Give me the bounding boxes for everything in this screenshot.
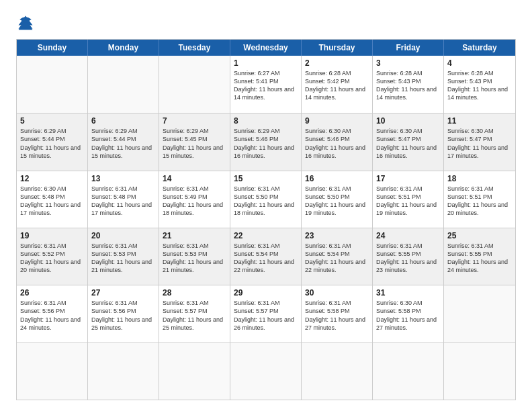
day-number: 6 (91, 116, 155, 126)
cell-info: Sunrise: 6:30 AM Sunset: 5:46 PM Dayligh… (305, 127, 369, 160)
calendar-cell: 21Sunrise: 6:31 AM Sunset: 5:53 PM Dayli… (159, 228, 230, 285)
calendar-row: 26Sunrise: 6:31 AM Sunset: 5:56 PM Dayli… (17, 285, 515, 342)
weekday-header: Wednesday (230, 40, 302, 56)
calendar-body: 1Sunrise: 6:27 AM Sunset: 5:41 PM Daylig… (17, 56, 515, 400)
calendar-row: 1Sunrise: 6:27 AM Sunset: 5:41 PM Daylig… (17, 56, 515, 113)
calendar-cell (373, 343, 444, 400)
day-number: 21 (163, 231, 226, 240)
cell-info: Sunrise: 6:29 AM Sunset: 5:45 PM Dayligh… (163, 127, 226, 160)
day-number: 22 (234, 231, 298, 240)
calendar-cell: 29Sunrise: 6:31 AM Sunset: 5:57 PM Dayli… (230, 285, 302, 342)
calendar-row (17, 342, 515, 400)
calendar-cell: 5Sunrise: 6:29 AM Sunset: 5:44 PM Daylig… (17, 113, 88, 170)
cell-info: Sunrise: 6:28 AM Sunset: 5:43 PM Dayligh… (447, 69, 512, 102)
calendar-row: 12Sunrise: 6:30 AM Sunset: 5:48 PM Dayli… (17, 171, 515, 228)
calendar-cell: 2Sunrise: 6:28 AM Sunset: 5:42 PM Daylig… (302, 56, 373, 113)
day-number: 17 (376, 174, 440, 183)
calendar-cell (230, 343, 302, 400)
day-number: 28 (163, 288, 226, 298)
calendar-row: 19Sunrise: 6:31 AM Sunset: 5:52 PM Dayli… (17, 228, 515, 285)
weekday-header: Saturday (444, 40, 515, 56)
cell-info: Sunrise: 6:28 AM Sunset: 5:42 PM Dayligh… (305, 69, 369, 102)
day-number: 3 (376, 58, 440, 68)
calendar-cell: 10Sunrise: 6:30 AM Sunset: 5:47 PM Dayli… (373, 113, 444, 170)
calendar-cell: 7Sunrise: 6:29 AM Sunset: 5:45 PM Daylig… (159, 113, 230, 170)
calendar-row: 5Sunrise: 6:29 AM Sunset: 5:44 PM Daylig… (17, 113, 515, 170)
calendar-cell: 20Sunrise: 6:31 AM Sunset: 5:53 PM Dayli… (88, 228, 159, 285)
cell-info: Sunrise: 6:31 AM Sunset: 5:53 PM Dayligh… (163, 242, 226, 275)
weekday-header: Friday (373, 40, 444, 56)
cell-info: Sunrise: 6:31 AM Sunset: 5:56 PM Dayligh… (20, 299, 84, 332)
day-number: 26 (20, 288, 84, 298)
cell-info: Sunrise: 6:31 AM Sunset: 5:51 PM Dayligh… (376, 185, 440, 218)
day-number: 20 (91, 231, 155, 240)
calendar-cell (88, 56, 159, 113)
cell-info: Sunrise: 6:31 AM Sunset: 5:53 PM Dayligh… (91, 242, 155, 275)
calendar-cell: 6Sunrise: 6:29 AM Sunset: 5:44 PM Daylig… (88, 113, 159, 170)
day-number: 24 (376, 231, 440, 240)
calendar-cell: 3Sunrise: 6:28 AM Sunset: 5:43 PM Daylig… (373, 56, 444, 113)
day-number: 27 (91, 288, 155, 298)
calendar-cell: 4Sunrise: 6:28 AM Sunset: 5:43 PM Daylig… (444, 56, 515, 113)
day-number: 9 (305, 116, 369, 126)
cell-info: Sunrise: 6:30 AM Sunset: 5:58 PM Dayligh… (376, 299, 440, 332)
calendar-cell (159, 56, 230, 113)
cell-info: Sunrise: 6:31 AM Sunset: 5:52 PM Dayligh… (20, 242, 84, 275)
calendar-cell: 30Sunrise: 6:31 AM Sunset: 5:58 PM Dayli… (302, 285, 373, 342)
day-number: 23 (305, 231, 369, 240)
day-number: 12 (20, 174, 84, 183)
calendar-cell: 22Sunrise: 6:31 AM Sunset: 5:54 PM Dayli… (230, 228, 302, 285)
logo (16, 13, 38, 32)
day-number: 10 (376, 116, 440, 126)
header (16, 13, 516, 32)
cell-info: Sunrise: 6:31 AM Sunset: 5:51 PM Dayligh… (447, 185, 512, 218)
cell-info: Sunrise: 6:29 AM Sunset: 5:44 PM Dayligh… (91, 127, 155, 160)
day-number: 5 (20, 116, 84, 126)
cell-info: Sunrise: 6:30 AM Sunset: 5:47 PM Dayligh… (376, 127, 440, 160)
day-number: 7 (163, 116, 226, 126)
weekday-header: Thursday (302, 40, 373, 56)
day-number: 31 (376, 288, 440, 298)
day-number: 19 (20, 231, 84, 240)
day-number: 11 (447, 116, 512, 126)
calendar-cell (17, 56, 88, 113)
cell-info: Sunrise: 6:27 AM Sunset: 5:41 PM Dayligh… (234, 69, 298, 102)
day-number: 15 (234, 174, 298, 183)
calendar-cell: 17Sunrise: 6:31 AM Sunset: 5:51 PM Dayli… (373, 171, 444, 228)
calendar-cell: 12Sunrise: 6:30 AM Sunset: 5:48 PM Dayli… (17, 171, 88, 228)
day-number: 16 (305, 174, 369, 183)
calendar-cell: 14Sunrise: 6:31 AM Sunset: 5:49 PM Dayli… (159, 171, 230, 228)
cell-info: Sunrise: 6:31 AM Sunset: 5:55 PM Dayligh… (447, 242, 512, 275)
calendar-cell: 24Sunrise: 6:31 AM Sunset: 5:55 PM Dayli… (373, 228, 444, 285)
calendar-cell: 25Sunrise: 6:31 AM Sunset: 5:55 PM Dayli… (444, 228, 515, 285)
calendar-cell: 15Sunrise: 6:31 AM Sunset: 5:50 PM Dayli… (230, 171, 302, 228)
logo-icon (16, 13, 35, 32)
day-number: 13 (91, 174, 155, 183)
calendar-cell (444, 285, 515, 342)
calendar-cell: 19Sunrise: 6:31 AM Sunset: 5:52 PM Dayli… (17, 228, 88, 285)
calendar-cell: 26Sunrise: 6:31 AM Sunset: 5:56 PM Dayli… (17, 285, 88, 342)
calendar-cell (302, 343, 373, 400)
cell-info: Sunrise: 6:31 AM Sunset: 5:54 PM Dayligh… (305, 242, 369, 275)
calendar-cell: 23Sunrise: 6:31 AM Sunset: 5:54 PM Dayli… (302, 228, 373, 285)
cell-info: Sunrise: 6:31 AM Sunset: 5:55 PM Dayligh… (376, 242, 440, 275)
calendar-cell (88, 343, 159, 400)
day-number: 4 (447, 58, 512, 68)
cell-info: Sunrise: 6:31 AM Sunset: 5:58 PM Dayligh… (305, 299, 369, 332)
calendar-cell (159, 343, 230, 400)
calendar-cell: 31Sunrise: 6:30 AM Sunset: 5:58 PM Dayli… (373, 285, 444, 342)
day-number: 2 (305, 58, 369, 68)
day-number: 8 (234, 116, 298, 126)
weekday-header: Tuesday (159, 40, 230, 56)
calendar-cell: 27Sunrise: 6:31 AM Sunset: 5:56 PM Dayli… (88, 285, 159, 342)
page: SundayMondayTuesdayWednesdayThursdayFrid… (0, 0, 532, 411)
day-number: 1 (234, 58, 298, 68)
day-number: 29 (234, 288, 298, 298)
calendar-cell: 11Sunrise: 6:30 AM Sunset: 5:47 PM Dayli… (444, 113, 515, 170)
calendar-cell: 8Sunrise: 6:29 AM Sunset: 5:46 PM Daylig… (230, 113, 302, 170)
cell-info: Sunrise: 6:31 AM Sunset: 5:48 PM Dayligh… (91, 185, 155, 218)
day-number: 30 (305, 288, 369, 298)
day-number: 18 (447, 174, 512, 183)
cell-info: Sunrise: 6:31 AM Sunset: 5:56 PM Dayligh… (91, 299, 155, 332)
calendar-cell: 28Sunrise: 6:31 AM Sunset: 5:57 PM Dayli… (159, 285, 230, 342)
